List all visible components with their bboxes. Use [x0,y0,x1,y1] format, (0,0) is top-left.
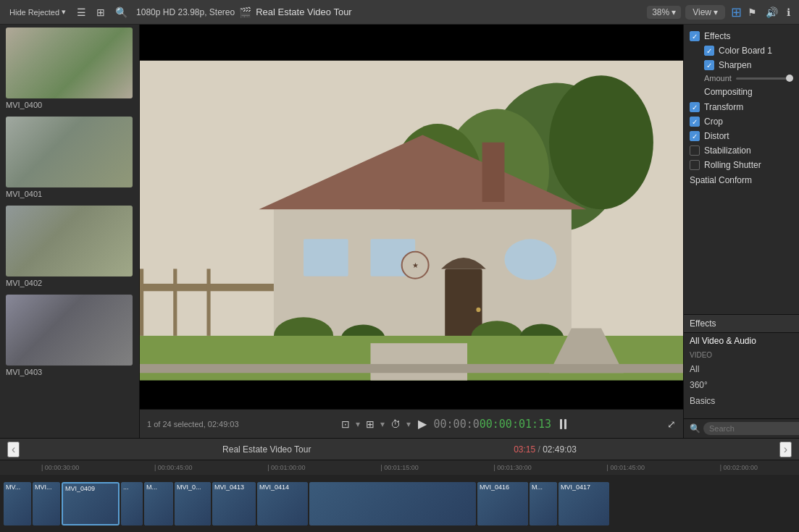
timeline-clip[interactable]: M... [530,482,557,525]
fullscreen-button[interactable]: ⤢ [667,418,676,430]
pause-button[interactable] [559,418,568,431]
transform-button[interactable]: ⊞ [363,417,377,431]
inspector-distort-row[interactable]: ✓ Distort [684,129,799,143]
timeline-clip[interactable] [309,482,476,525]
inspector-colorboard-row[interactable]: ✓ Color Board 1 [684,43,799,58]
timecode-value: 00:00:01:13 [480,418,551,431]
clip-thumbnail: MVI_0... [175,482,211,525]
timeline-current-time: 03:15 [514,444,535,455]
inspector-sharpen-row[interactable]: ✓ Sharpen [684,58,799,72]
rolling-shutter-label: Rolling Shutter [704,160,761,170]
svg-rect-23 [370,343,467,380]
inspector-transform-row[interactable]: ✓ Transform [684,100,799,114]
toolbar-left: Hide Rejected ▾ ☰ ⊞ 🔍 [6,5,130,20]
audio-icon[interactable]: 🔊 [763,5,781,20]
effects-checkbox[interactable]: ✓ [690,31,700,41]
timeline-clip[interactable]: MVI_0409 [62,482,120,525]
format-label: 1080p HD 23.98p, Stereo [136,7,235,17]
timeline-clip[interactable]: MVI... [33,482,60,525]
pause-bar-right [564,419,566,429]
timeline-clip[interactable]: MVI_0... [175,482,211,525]
timeline-clip[interactable]: MVI_0414 [257,482,308,525]
amount-slider[interactable] [736,77,793,80]
project-title: Real Estate Video Tour [256,7,352,17]
clip-label: MV... [6,484,20,491]
timeline-next-button[interactable]: › [779,442,792,457]
timeline-clip[interactable]: MVI_0416 [477,482,528,525]
list-item[interactable]: MVI_0401 [0,114,139,203]
fit-button[interactable]: ⊡ [338,417,353,431]
search-input[interactable] [703,422,799,435]
effects-category-all[interactable]: All [684,361,799,377]
colorboard-checkbox[interactable]: ✓ [704,46,714,56]
list-item[interactable]: MVI_0402 [0,203,139,292]
play-button[interactable]: ▶ [418,417,427,431]
timeline-current: 03:15 / 02:49:03 [514,444,577,455]
effects-category-360[interactable]: 360° [684,377,799,393]
clip-thumbnail: M... [530,482,557,525]
svg-rect-20 [173,269,177,335]
speed-button[interactable]: ⏱ [388,417,403,431]
inspector-effects-row[interactable]: ✓ Effects [684,29,799,43]
hide-rejected-button[interactable]: Hide Rejected ▾ [6,6,70,18]
timeline-clip[interactable]: ... [121,482,143,525]
search-icon: 🔍 [690,423,700,434]
clip-label: MVI_0... [177,484,201,491]
timeline-prev-button[interactable]: ‹ [7,442,20,457]
spatial-conform-row: Spatial Conform [684,172,799,188]
inspector-crop-row[interactable]: ✓ Crop [684,114,799,129]
transform-checkbox[interactable]: ✓ [690,102,700,112]
stabilization-checkbox[interactable] [690,145,700,156]
timeline-area: ‹ Real Estate Video Tour 03:15 / 02:49:0… [0,438,799,532]
ruler-mark: | 00:01:15:00 [343,464,456,471]
view-button[interactable]: View ▾ [685,5,725,20]
list-view-button[interactable]: ☰ [74,5,89,20]
speed-chevron-icon: ▾ [406,419,411,429]
ruler-mark: | 00:01:00:00 [230,464,343,471]
clip-name: MVI_0400 [6,101,133,109]
rolling-shutter-checkbox[interactable] [690,160,700,170]
timeline-clip[interactable]: MV... [4,482,31,525]
ruler-marks: | 00:00:30:00 | 00:00:45:00 | 00:01:00:0… [4,460,795,475]
zoom-level-button[interactable]: 38% ▾ [647,6,681,19]
clip-label: MVI_0417 [561,484,590,491]
filmstrip-view-button[interactable]: ⊞ [93,5,108,20]
ruler-mark: | 00:01:45:00 [569,464,682,471]
clip-name: MVI_0401 [6,190,133,198]
clip-label: MVI_0416 [480,484,509,491]
search-button[interactable]: 🔍 [112,5,130,20]
timeline-clip[interactable]: MVI_0417 [559,482,609,525]
clip-thumbnail: MVI... [33,482,60,525]
flag-icon[interactable]: ⚑ [745,5,760,20]
clip-name: MVI_0403 [6,368,133,376]
effects-category-all-video-audio[interactable]: All Video & Audio [684,333,799,349]
info-icon[interactable]: ℹ [784,5,793,20]
clip-label: MVI_0409 [65,485,95,492]
inspector-stabilization-row[interactable]: Stabilization [684,143,799,158]
clip-label: MVI... [35,484,52,491]
effects-search-bar: 🔍 [684,418,799,438]
effects-category-basics[interactable]: Basics [684,393,799,409]
effects-video-header: VIDEO [684,349,799,361]
playback-controls: 1 of 24 selected, 02:49:03 ⊡ ▾ ⊞ ▾ ⏱ ▾ ▶… [140,409,683,438]
distort-checkbox[interactable]: ✓ [690,131,700,141]
list-item[interactable]: MVI_0403 [0,292,139,381]
clip-thumbnail: MVI_0414 [257,482,308,525]
fit-controls: ⊡ ▾ ⊞ ▾ ⏱ ▾ [338,417,411,431]
effects-categories: All Video & Audio VIDEO All 360° Basics [684,333,799,418]
timeline-clip[interactable]: M... [144,482,173,525]
clip-thumbnail: MVI_0416 [477,482,528,525]
toolbar-center: 1080p HD 23.98p, Stereo 🎬 Real Estate Vi… [136,5,725,20]
top-toolbar: Hide Rejected ▾ ☰ ⊞ 🔍 1080p HD 23.98p, S… [0,0,799,25]
crop-checkbox[interactable]: ✓ [690,117,700,127]
clip-thumbnail: ... [121,482,143,525]
clip-thumbnail: MV... [4,482,31,525]
view-label: View [693,7,711,17]
compositing-label: Compositing [704,87,753,97]
transform-label: Transform [704,102,743,112]
inspector-rolling-shutter-row[interactable]: Rolling Shutter [684,158,799,172]
list-item[interactable]: MVI_0400 [0,25,139,114]
timeline-clip[interactable]: MVI_0413 [212,482,256,525]
sharpen-checkbox[interactable]: ✓ [704,60,714,70]
stabilization-label: Stabilization [704,145,751,156]
